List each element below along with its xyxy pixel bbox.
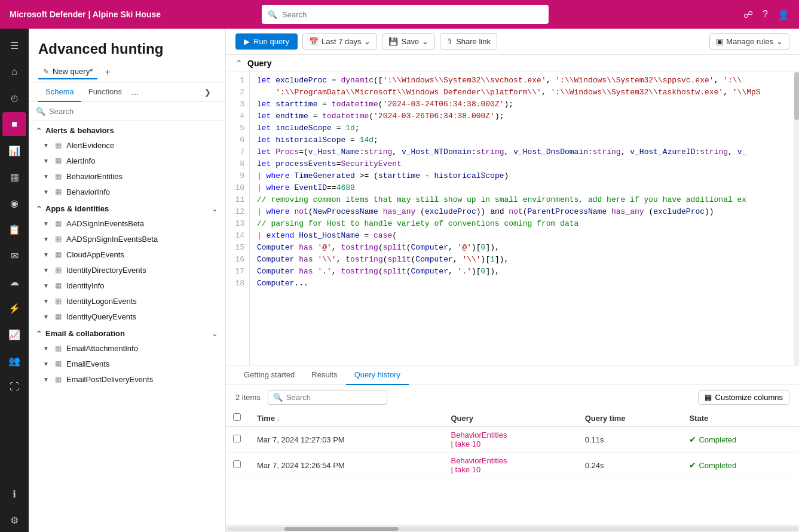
schema-item-email-post-delivery[interactable]: ▼ ▦ EmailPostDeliveryEvents ⋮	[29, 371, 225, 387]
schema-item-aad-signin[interactable]: ▼ ▦ AADSignInEventsBeta ⋮	[29, 216, 225, 231]
schema-item-identity-logon-events[interactable]: ▼ ▦ IdentityLogonEvents ⋮	[29, 293, 225, 309]
schema-item-aad-spn-signin[interactable]: ▼ ▦ AADSpnSignInEventsBeta ⋮	[29, 231, 225, 247]
rail-settings-icon[interactable]: ⚙	[2, 508, 26, 532]
tab-getting-started[interactable]: Getting started	[235, 365, 303, 385]
user-icon[interactable]: 👤	[777, 9, 789, 20]
results-search-input[interactable]	[286, 393, 382, 402]
table-icon: ▦	[55, 281, 62, 290]
row-query-table: BehaviorEntities	[451, 430, 507, 439]
global-search-input[interactable]	[282, 10, 543, 19]
row-state-label: Completed	[699, 435, 736, 444]
schema-item-alert-evidence[interactable]: ▼ ▦ AlertEvidence ⋮	[29, 137, 225, 153]
rail-partners-icon[interactable]: 👥	[2, 349, 26, 373]
rail-security-icon[interactable]: ◉	[2, 191, 26, 215]
horizontal-scrollbar[interactable]	[226, 525, 799, 532]
rail-email-icon[interactable]: ✉	[2, 244, 26, 267]
query-tab-bar: ✎ New query* +	[29, 62, 225, 82]
section-collapse-icon: ⌄	[212, 329, 218, 338]
schema-item-identity-query-events[interactable]: ▼ ▦ IdentityQueryEvents ⋮	[29, 309, 225, 324]
table-icon: ▦	[55, 156, 62, 165]
col-time[interactable]: Time ↓	[250, 410, 443, 427]
rail-reports-icon[interactable]: 📊	[2, 139, 26, 162]
play-icon: ▶	[244, 37, 250, 46]
tabs-more-button[interactable]: ...	[131, 87, 139, 97]
editor-vertical-scrollbar[interactable]	[794, 72, 799, 365]
rail-dashboard-icon[interactable]: ▦	[2, 165, 26, 189]
rail-assets-icon[interactable]: 📋	[2, 217, 26, 241]
share-icon[interactable]: ☍	[743, 9, 753, 20]
share-link-button[interactable]: ⇧ Share link	[440, 33, 497, 50]
main-content: ▶ Run query 📅 Last 7 days ⌄ 💾 Save ⌄ ⇧ S…	[226, 29, 799, 532]
help-icon[interactable]: ?	[763, 9, 768, 20]
rail-incidents-icon[interactable]: ◴	[2, 86, 26, 110]
col-query[interactable]: Query	[443, 410, 577, 427]
schema-item-label: IdentityInfo	[66, 281, 203, 290]
code-content[interactable]: let excludeProc = dynamic([':\\Windows\\…	[250, 72, 794, 365]
row-checkbox-cell[interactable]	[226, 453, 250, 478]
row-checkbox[interactable]	[233, 435, 241, 442]
time-range-button[interactable]: 📅 Last 7 days ⌄	[302, 33, 378, 50]
schema-item-email-events[interactable]: ▼ ▦ EmailEvents ⋮	[29, 356, 225, 371]
calendar-icon: 📅	[309, 37, 319, 46]
col-query-time[interactable]: Query time	[578, 410, 682, 427]
rail-menu-icon[interactable]: ☰	[2, 33, 26, 57]
run-query-label: Run query	[253, 37, 289, 46]
results-count: 2 items	[235, 393, 261, 402]
schema-item-alert-info[interactable]: ▼ ▦ AlertInfo ⋮	[29, 153, 225, 168]
sidebar-collapse-button[interactable]: ❯	[199, 84, 216, 100]
rail-exposure-icon[interactable]: 📈	[2, 322, 26, 346]
expand-icon: ▼	[43, 236, 53, 242]
rail-attack-icon[interactable]: ⚡	[2, 296, 26, 320]
results-area: Getting started Results Query history 2 …	[226, 365, 799, 532]
new-query-tab-item[interactable]: ✎ New query*	[38, 64, 97, 79]
col-checkbox[interactable]	[226, 410, 250, 427]
tab-functions[interactable]: Functions	[81, 82, 129, 102]
schema-item-behavior-entities[interactable]: ▼ ▦ BehaviorEntities ⋮	[29, 168, 225, 184]
rail-home-icon[interactable]: ⌂	[2, 60, 26, 84]
rail-cloud-icon[interactable]: ☁	[2, 270, 26, 294]
add-query-tab-button[interactable]: +	[102, 66, 112, 79]
section-apps-identities-header[interactable]: ⌃ Apps & identities ⌄	[29, 199, 225, 216]
table-icon: ▦	[55, 312, 62, 321]
schema-item-label: AADSignInEventsBeta	[66, 219, 203, 228]
results-search-icon: 🔍	[273, 393, 283, 402]
section-email-collab-header[interactable]: ⌃ Email & collaboration ⌄	[29, 324, 225, 340]
results-search-box[interactable]: 🔍	[268, 390, 387, 405]
col-query-time-label: Query time	[585, 414, 626, 423]
query-section-label: Query	[247, 59, 271, 68]
schema-search-input[interactable]	[49, 107, 218, 116]
row-checkbox[interactable]	[233, 460, 241, 468]
global-search-box[interactable]: 🔍	[262, 5, 549, 24]
select-all-checkbox[interactable]	[233, 413, 241, 421]
nav-icons: ☍ ? 👤	[743, 9, 789, 20]
query-collapse-button[interactable]: ⌃	[235, 59, 243, 68]
schema-item-email-attachment[interactable]: ▼ ▦ EmailAttachmentInfo ⋮	[29, 340, 225, 356]
schema-item-cloud-app-events[interactable]: ▼ ▦ CloudAppEvents ⋮	[29, 247, 225, 262]
tab-results[interactable]: Results	[303, 365, 345, 385]
rules-icon: ▣	[716, 37, 723, 46]
col-state[interactable]: State	[682, 410, 799, 427]
rail-info-icon[interactable]: ℹ	[2, 482, 26, 506]
run-query-button[interactable]: ▶ Run query	[235, 33, 298, 50]
rail-apps-icon[interactable]: ⛶	[2, 375, 26, 399]
rail-hunting-icon[interactable]: ■	[2, 112, 26, 136]
manage-rules-label: Manage rules	[726, 37, 773, 46]
schema-search-box[interactable]: 🔍	[29, 102, 225, 121]
expand-icon: ▼	[43, 345, 53, 352]
customize-columns-button[interactable]: ▦ Customize columns	[698, 390, 789, 405]
save-button[interactable]: 💾 Save ⌄	[382, 33, 435, 50]
tab-schema[interactable]: Schema	[38, 82, 81, 102]
tab-query-history[interactable]: Query history	[346, 365, 409, 385]
schema-item-label: EmailAttachmentInfo	[66, 344, 203, 353]
col-query-label: Query	[451, 414, 473, 423]
completed-icon: ✔	[689, 460, 696, 470]
code-editor[interactable]: 123456 789101112 131415161718 let exclud…	[226, 72, 799, 365]
col-state-label: State	[689, 414, 708, 423]
schema-item-behavior-info[interactable]: ▼ ▦ BehaviorInfo ⋮	[29, 184, 225, 199]
schema-item-identity-info[interactable]: ▼ ▦ IdentityInfo ⋮	[29, 278, 225, 293]
row-checkbox-cell[interactable]	[226, 427, 250, 453]
manage-rules-button[interactable]: ▣ Manage rules ⌄	[709, 33, 789, 50]
section-alerts-behaviors-header[interactable]: ⌃ Alerts & behaviors	[29, 121, 225, 137]
schema-item-identity-dir-events[interactable]: ▼ ▦ IdentityDirectoryEvents ⋮	[29, 262, 225, 278]
schema-item-label: BehaviorEntities	[66, 172, 203, 181]
